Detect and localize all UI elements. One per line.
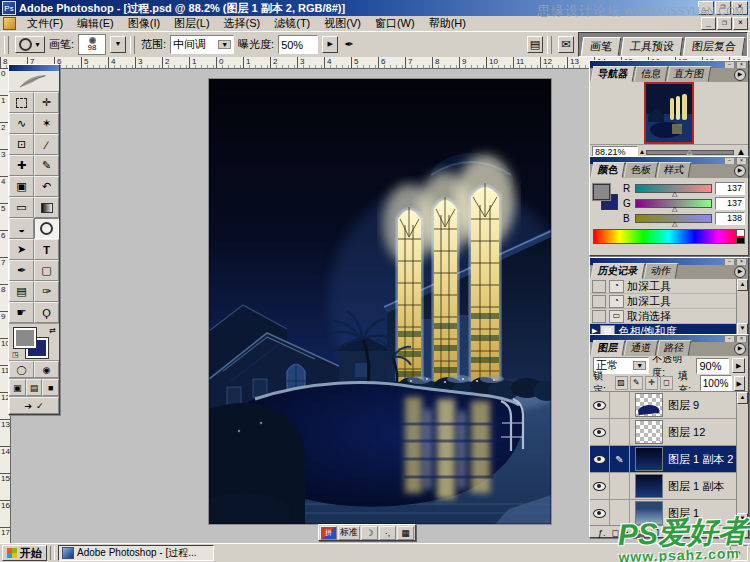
- menu-image[interactable]: 图像(I): [121, 15, 167, 32]
- tab-styles[interactable]: 样式: [657, 162, 692, 178]
- healing-brush-tool[interactable]: ✚: [9, 155, 34, 176]
- exposure-slider-button[interactable]: ▶: [322, 36, 338, 53]
- history-state[interactable]: ◔ 加深工具: [590, 294, 748, 309]
- tab-swatches[interactable]: 色板: [624, 162, 659, 178]
- tool-preset-picker[interactable]: ▼: [15, 36, 45, 53]
- menu-edit[interactable]: 编辑(E): [70, 15, 121, 32]
- pen-tool[interactable]: ✒: [9, 260, 34, 281]
- layer-effects-icon[interactable]: ƒ.: [598, 528, 606, 538]
- opacity-field[interactable]: 90%: [696, 358, 729, 374]
- layer-thumbnail[interactable]: [635, 420, 663, 444]
- red-slider[interactable]: △: [635, 184, 712, 193]
- eraser-tool[interactable]: ▭: [9, 197, 34, 218]
- well-tab-layer-comps[interactable]: 图层复合: [683, 37, 746, 56]
- dodge-burn-tool[interactable]: [34, 218, 59, 239]
- black-swatch[interactable]: [736, 238, 744, 243]
- exposure-field[interactable]: 50%: [278, 35, 318, 54]
- red-value-field[interactable]: 137: [715, 182, 745, 195]
- lasso-tool[interactable]: ∿: [9, 113, 34, 134]
- slider-thumb[interactable]: △: [672, 221, 677, 226]
- ime-fullwidth-icon[interactable]: ☽: [361, 526, 378, 540]
- layer-row[interactable]: 图层 1 副本: [590, 473, 748, 500]
- zoom-tool[interactable]: Ϙ: [34, 302, 59, 323]
- lock-transparency-icon[interactable]: ▨: [615, 376, 628, 390]
- slider-thumb[interactable]: △: [687, 147, 693, 156]
- visibility-toggle[interactable]: [590, 473, 610, 499]
- tab-paths[interactable]: 路径: [657, 340, 692, 356]
- jump-to-imageready-button[interactable]: ➔✓: [9, 397, 59, 414]
- menu-help[interactable]: 帮助(H): [422, 15, 473, 32]
- lock-all-icon[interactable]: ◻: [660, 376, 673, 390]
- blur-tool[interactable]: ◒: [9, 218, 34, 239]
- fullscreen-menu-button[interactable]: ▤: [26, 379, 43, 396]
- panel-menu-icon[interactable]: ▶: [734, 165, 746, 177]
- tab-channels[interactable]: 通道: [624, 340, 659, 356]
- scroll-up-icon[interactable]: ▲: [737, 392, 748, 404]
- start-button[interactable]: 开始: [2, 545, 47, 561]
- brush-picker-button[interactable]: ▼: [110, 36, 126, 53]
- history-state[interactable]: ▭ 取消选择: [590, 309, 748, 324]
- slider-thumb[interactable]: △: [672, 191, 677, 196]
- document-canvas[interactable]: [208, 78, 552, 525]
- layer-name[interactable]: 图层 1 副本: [668, 479, 724, 494]
- menu-window[interactable]: 窗口(W): [368, 15, 422, 32]
- magic-wand-tool[interactable]: ✶: [34, 113, 59, 134]
- panel-menu-icon[interactable]: ▶: [734, 69, 746, 81]
- green-value-field[interactable]: 137: [715, 197, 745, 210]
- menu-select[interactable]: 选择(S): [217, 15, 268, 32]
- history-scrollbar[interactable]: ▲ ▼: [736, 279, 748, 335]
- layer-row[interactable]: 图层 9: [590, 392, 748, 419]
- swap-colors-icon[interactable]: ⇄: [49, 326, 56, 335]
- visibility-toggle[interactable]: [590, 392, 610, 418]
- range-select[interactable]: 中间调 ▼: [170, 35, 234, 54]
- quick-mask-button[interactable]: ◉: [34, 361, 59, 378]
- opacity-slider-button[interactable]: ▶: [732, 358, 745, 373]
- tab-layers[interactable]: 图层: [591, 340, 626, 356]
- tab-navigator[interactable]: 导航器: [591, 66, 636, 82]
- menu-layer[interactable]: 图层(L): [167, 15, 216, 32]
- foreground-color-swatch[interactable]: [593, 184, 610, 200]
- well-tab-brushes[interactable]: 画笔: [581, 37, 622, 56]
- history-state[interactable]: ◔ 加深工具: [590, 279, 748, 294]
- lock-paint-icon[interactable]: ✎: [630, 376, 643, 390]
- link-box[interactable]: [610, 419, 630, 445]
- link-box[interactable]: [610, 473, 630, 499]
- zoom-out-icon[interactable]: ▴: [640, 148, 644, 156]
- visibility-toggle[interactable]: [590, 446, 610, 472]
- path-selection-tool[interactable]: ➤: [9, 239, 34, 260]
- standard-screen-button[interactable]: ▣: [9, 379, 26, 396]
- layer-name[interactable]: 图层 1 副本 2: [668, 452, 733, 467]
- move-tool[interactable]: ✛: [34, 92, 59, 113]
- navigator-zoom-slider[interactable]: △: [646, 150, 734, 155]
- panel-menu-icon[interactable]: ▶: [734, 266, 746, 278]
- white-swatch[interactable]: [736, 230, 744, 236]
- visibility-toggle[interactable]: [590, 500, 610, 525]
- crop-tool[interactable]: ⊡: [9, 134, 34, 155]
- layer-name[interactable]: 图层 9: [668, 398, 699, 413]
- eyedropper-tool[interactable]: ✑: [34, 281, 59, 302]
- ime-logo-icon[interactable]: 拼: [320, 526, 337, 540]
- type-tool[interactable]: T: [34, 239, 59, 260]
- tab-histogram[interactable]: 直方图: [667, 66, 712, 82]
- brush-preview[interactable]: 98: [78, 34, 106, 55]
- ime-punctuation-icon[interactable]: ·,: [379, 526, 396, 540]
- panel-menu-icon[interactable]: ▶: [734, 343, 746, 355]
- well-tab-tool-presets[interactable]: 工具预设: [621, 37, 684, 56]
- file-browser-icon[interactable]: ▤: [527, 36, 543, 53]
- default-colors-icon[interactable]: ◳: [12, 351, 19, 359]
- slice-tool[interactable]: ∕: [34, 134, 59, 155]
- ime-keyboard-icon[interactable]: ▦: [397, 526, 414, 540]
- color-spectrum-ramp[interactable]: [593, 229, 745, 244]
- tab-color[interactable]: 颜色: [591, 162, 626, 178]
- notes-tool[interactable]: ▤: [9, 281, 34, 302]
- rectangular-marquee-tool[interactable]: [9, 92, 34, 113]
- tab-info[interactable]: 信息: [634, 66, 669, 82]
- tab-history[interactable]: 历史记录: [591, 263, 646, 279]
- standard-mode-button[interactable]: ◯: [9, 361, 34, 378]
- layer-thumbnail[interactable]: [635, 447, 663, 471]
- green-slider[interactable]: △: [635, 199, 712, 208]
- shape-tool[interactable]: ▢: [34, 260, 59, 281]
- history-snapshot-box[interactable]: [592, 280, 606, 293]
- clone-stamp-tool[interactable]: ▣: [9, 176, 34, 197]
- airbrush-toggle-icon[interactable]: ✒: [342, 37, 356, 52]
